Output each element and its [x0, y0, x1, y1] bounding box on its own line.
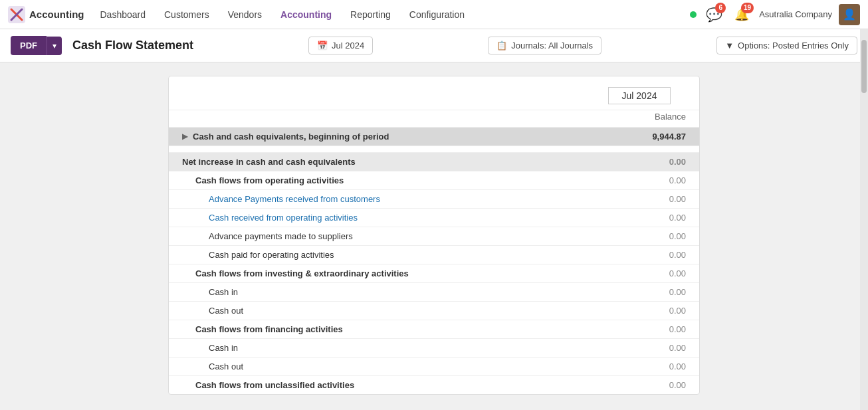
row-label: Cash flows from financing activities — [195, 324, 619, 334]
period-label: Jul 2024 — [608, 87, 671, 104]
scrollbar-track[interactable] — [860, 29, 868, 408]
user-avatar[interactable]: 👤 — [839, 4, 860, 25]
bell-badge: 19 — [741, 3, 754, 13]
row-value: 0.00 — [619, 380, 686, 390]
company-name: Asutralia Company — [759, 9, 832, 19]
topnav-right: 💬 6 🔔 19 Asutralia Company 👤 — [690, 4, 860, 25]
balance-header-row: Balance — [169, 110, 699, 128]
pdf-caret-button[interactable]: ▾ — [47, 37, 62, 55]
nav-dashboard[interactable]: Dashboard — [92, 5, 154, 24]
calendar-icon: 📅 — [317, 41, 328, 51]
row-investing-cash-in: Cash in 0.00 — [169, 283, 699, 302]
row-label: Cash flows from unclassified activities — [195, 380, 619, 390]
row-label: Net increase in cash and cash equivalent… — [182, 157, 619, 167]
report-period-header: Jul 2024 — [169, 76, 699, 110]
row-label: Cash flows from investing & extraordinar… — [195, 268, 619, 278]
row-financing-activities: Cash flows from financing activities 0.0… — [169, 320, 699, 339]
nav-reporting[interactable]: Reporting — [342, 5, 399, 24]
row-value: 9,944.87 — [619, 132, 686, 142]
row-label[interactable]: Advance Payments received from customers — [209, 194, 619, 204]
pdf-button-group: PDF ▾ — [11, 36, 62, 55]
pdf-button[interactable]: PDF — [11, 36, 47, 55]
row-unclassified-activities: Cash flows from unclassified activities … — [169, 376, 699, 394]
filter-journals-button[interactable]: 📋 Journals: All Journals — [488, 37, 601, 54]
row-cash-received-operating: Cash received from operating activities … — [169, 209, 699, 227]
row-net-increase: Net increase in cash and cash equivalent… — [169, 153, 699, 171]
row-value: 0.00 — [619, 287, 686, 297]
row-value: 0.00 — [619, 324, 686, 334]
filter-date-label: Jul 2024 — [332, 41, 364, 51]
row-value: 0.00 — [619, 306, 686, 316]
journals-icon: 📋 — [496, 41, 507, 51]
row-financing-cash-in: Cash in 0.00 — [169, 339, 699, 358]
nav-accounting[interactable]: Accounting — [272, 5, 340, 24]
online-status-dot — [690, 11, 697, 18]
avatar-icon: 👤 — [843, 8, 856, 21]
toolbar: PDF ▾ Cash Flow Statement 📅 Jul 2024 📋 J… — [0, 29, 868, 62]
top-navigation: Accounting Dashboard Customers Vendors A… — [0, 0, 868, 29]
nav-configuration[interactable]: Configuration — [401, 5, 473, 24]
row-label: Cash paid for operating activities — [209, 250, 619, 260]
row-financing-cash-out: Cash out 0.00 — [169, 358, 699, 376]
row-label: Cash and cash equivalents, beginning of … — [193, 132, 619, 142]
row-label: Advance payments made to suppliers — [209, 231, 619, 241]
row-cash-paid-operating: Cash paid for operating activities 0.00 — [169, 246, 699, 264]
nav-customers[interactable]: Customers — [156, 5, 217, 24]
row-investing-activities: Cash flows from investing & extraordinar… — [169, 264, 699, 283]
report-card: Jul 2024 Balance ▶ Cash and cash equival… — [168, 76, 700, 395]
chat-button[interactable]: 💬 6 — [703, 4, 724, 25]
row-value: 0.00 — [619, 361, 686, 371]
row-label[interactable]: Cash received from operating activities — [209, 213, 619, 223]
balance-col-label: Balance — [619, 112, 686, 122]
row-label: Cash in — [209, 343, 619, 353]
chat-badge: 6 — [715, 3, 726, 13]
row-label: Cash out — [209, 306, 619, 316]
period-cell: Jul 2024 — [593, 87, 686, 104]
filter-options-label: Options: Posted Entries Only — [738, 41, 849, 51]
nav-vendors[interactable]: Vendors — [220, 5, 270, 24]
app-logo[interactable]: Accounting — [8, 6, 84, 23]
row-advance-payments-customers: Advance Payments received from customers… — [169, 190, 699, 209]
brand-label: Accounting — [29, 9, 84, 20]
filter-date-button[interactable]: 📅 Jul 2024 — [308, 37, 373, 54]
spacer-row — [169, 146, 699, 153]
page-title: Cash Flow Statement — [72, 39, 193, 52]
row-value: 0.00 — [619, 268, 686, 278]
row-value: 0.00 — [619, 250, 686, 260]
row-label: Cash in — [209, 287, 619, 297]
filter-options-button[interactable]: ▼ Options: Posted Entries Only — [716, 37, 857, 54]
row-value: 0.00 — [619, 175, 686, 185]
filter-journals-label: Journals: All Journals — [511, 41, 593, 51]
row-value: 0.00 — [619, 194, 686, 204]
main-content: Jul 2024 Balance ▶ Cash and cash equival… — [0, 62, 868, 408]
row-label: Cash out — [209, 361, 619, 371]
row-investing-cash-out: Cash out 0.00 — [169, 302, 699, 320]
row-cash-equivalents-beginning: ▶ Cash and cash equivalents, beginning o… — [169, 128, 699, 146]
row-value: 0.00 — [619, 231, 686, 241]
row-advance-payments-suppliers: Advance payments made to suppliers 0.00 — [169, 227, 699, 246]
notifications-button[interactable]: 🔔 19 — [731, 4, 752, 25]
row-value: 0.00 — [619, 213, 686, 223]
scrollbar-thumb[interactable] — [861, 40, 867, 93]
filter-icon: ▼ — [725, 41, 734, 51]
row-value: 0.00 — [619, 157, 686, 167]
row-value: 0.00 — [619, 343, 686, 353]
expand-icon[interactable]: ▶ — [182, 132, 187, 141]
row-label: Cash flows from operating activities — [195, 175, 619, 185]
row-operating-activities: Cash flows from operating activities 0.0… — [169, 171, 699, 190]
